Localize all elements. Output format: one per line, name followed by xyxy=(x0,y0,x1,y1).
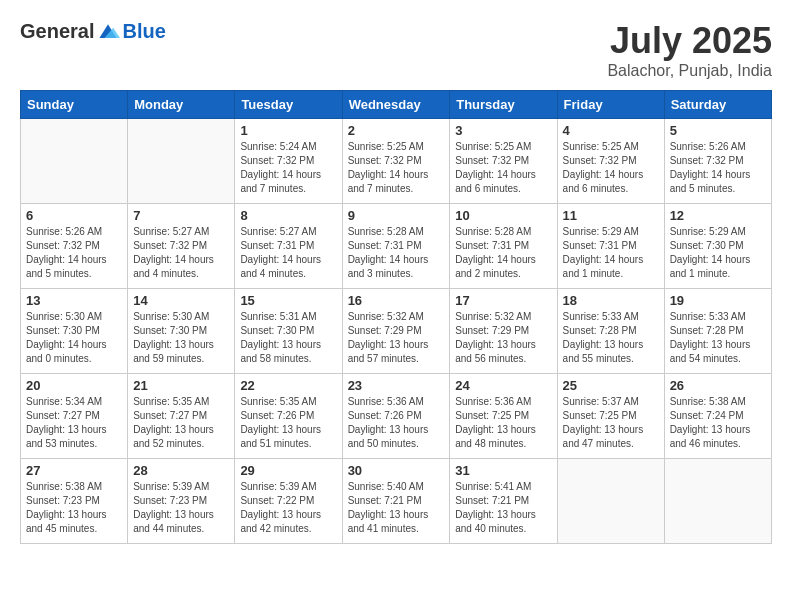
day-number: 6 xyxy=(26,208,122,223)
week-row-3: 13Sunrise: 5:30 AMSunset: 7:30 PMDayligh… xyxy=(21,289,772,374)
calendar-cell: 9Sunrise: 5:28 AMSunset: 7:31 PMDaylight… xyxy=(342,204,450,289)
calendar-cell: 4Sunrise: 5:25 AMSunset: 7:32 PMDaylight… xyxy=(557,119,664,204)
day-number: 5 xyxy=(670,123,766,138)
calendar-cell: 16Sunrise: 5:32 AMSunset: 7:29 PMDayligh… xyxy=(342,289,450,374)
calendar-cell: 28Sunrise: 5:39 AMSunset: 7:23 PMDayligh… xyxy=(128,459,235,544)
day-number: 1 xyxy=(240,123,336,138)
logo-text-blue: Blue xyxy=(122,20,165,43)
column-header-wednesday: Wednesday xyxy=(342,91,450,119)
day-number: 15 xyxy=(240,293,336,308)
location-title: Balachor, Punjab, India xyxy=(607,62,772,80)
calendar-cell: 13Sunrise: 5:30 AMSunset: 7:30 PMDayligh… xyxy=(21,289,128,374)
calendar-cell: 14Sunrise: 5:30 AMSunset: 7:30 PMDayligh… xyxy=(128,289,235,374)
calendar-cell: 20Sunrise: 5:34 AMSunset: 7:27 PMDayligh… xyxy=(21,374,128,459)
day-info: Sunrise: 5:24 AMSunset: 7:32 PMDaylight:… xyxy=(240,140,336,196)
calendar-cell: 24Sunrise: 5:36 AMSunset: 7:25 PMDayligh… xyxy=(450,374,557,459)
calendar-cell: 8Sunrise: 5:27 AMSunset: 7:31 PMDaylight… xyxy=(235,204,342,289)
day-number: 28 xyxy=(133,463,229,478)
day-info: Sunrise: 5:28 AMSunset: 7:31 PMDaylight:… xyxy=(455,225,551,281)
column-header-sunday: Sunday xyxy=(21,91,128,119)
day-number: 8 xyxy=(240,208,336,223)
title-block: July 2025 Balachor, Punjab, India xyxy=(607,20,772,80)
week-row-1: 1Sunrise: 5:24 AMSunset: 7:32 PMDaylight… xyxy=(21,119,772,204)
calendar-cell xyxy=(557,459,664,544)
day-info: Sunrise: 5:27 AMSunset: 7:32 PMDaylight:… xyxy=(133,225,229,281)
day-number: 4 xyxy=(563,123,659,138)
calendar-cell: 27Sunrise: 5:38 AMSunset: 7:23 PMDayligh… xyxy=(21,459,128,544)
day-info: Sunrise: 5:41 AMSunset: 7:21 PMDaylight:… xyxy=(455,480,551,536)
calendar-cell: 29Sunrise: 5:39 AMSunset: 7:22 PMDayligh… xyxy=(235,459,342,544)
day-number: 10 xyxy=(455,208,551,223)
calendar-cell xyxy=(664,459,771,544)
day-number: 23 xyxy=(348,378,445,393)
calendar-cell: 1Sunrise: 5:24 AMSunset: 7:32 PMDaylight… xyxy=(235,119,342,204)
day-number: 13 xyxy=(26,293,122,308)
calendar-cell: 23Sunrise: 5:36 AMSunset: 7:26 PMDayligh… xyxy=(342,374,450,459)
day-info: Sunrise: 5:32 AMSunset: 7:29 PMDaylight:… xyxy=(455,310,551,366)
column-header-friday: Friday xyxy=(557,91,664,119)
day-number: 7 xyxy=(133,208,229,223)
day-number: 14 xyxy=(133,293,229,308)
calendar-cell: 22Sunrise: 5:35 AMSunset: 7:26 PMDayligh… xyxy=(235,374,342,459)
day-info: Sunrise: 5:35 AMSunset: 7:27 PMDaylight:… xyxy=(133,395,229,451)
day-info: Sunrise: 5:25 AMSunset: 7:32 PMDaylight:… xyxy=(348,140,445,196)
calendar-cell: 10Sunrise: 5:28 AMSunset: 7:31 PMDayligh… xyxy=(450,204,557,289)
calendar-cell: 7Sunrise: 5:27 AMSunset: 7:32 PMDaylight… xyxy=(128,204,235,289)
day-info: Sunrise: 5:32 AMSunset: 7:29 PMDaylight:… xyxy=(348,310,445,366)
day-info: Sunrise: 5:34 AMSunset: 7:27 PMDaylight:… xyxy=(26,395,122,451)
day-number: 18 xyxy=(563,293,659,308)
day-info: Sunrise: 5:36 AMSunset: 7:25 PMDaylight:… xyxy=(455,395,551,451)
logo-icon xyxy=(96,22,120,42)
calendar-cell: 6Sunrise: 5:26 AMSunset: 7:32 PMDaylight… xyxy=(21,204,128,289)
week-row-4: 20Sunrise: 5:34 AMSunset: 7:27 PMDayligh… xyxy=(21,374,772,459)
calendar-cell: 18Sunrise: 5:33 AMSunset: 7:28 PMDayligh… xyxy=(557,289,664,374)
calendar-cell: 5Sunrise: 5:26 AMSunset: 7:32 PMDaylight… xyxy=(664,119,771,204)
calendar-cell: 15Sunrise: 5:31 AMSunset: 7:30 PMDayligh… xyxy=(235,289,342,374)
column-header-tuesday: Tuesday xyxy=(235,91,342,119)
day-number: 22 xyxy=(240,378,336,393)
day-number: 21 xyxy=(133,378,229,393)
day-info: Sunrise: 5:30 AMSunset: 7:30 PMDaylight:… xyxy=(26,310,122,366)
column-header-monday: Monday xyxy=(128,91,235,119)
calendar-cell: 25Sunrise: 5:37 AMSunset: 7:25 PMDayligh… xyxy=(557,374,664,459)
day-number: 11 xyxy=(563,208,659,223)
day-info: Sunrise: 5:31 AMSunset: 7:30 PMDaylight:… xyxy=(240,310,336,366)
calendar-cell: 21Sunrise: 5:35 AMSunset: 7:27 PMDayligh… xyxy=(128,374,235,459)
calendar-cell: 12Sunrise: 5:29 AMSunset: 7:30 PMDayligh… xyxy=(664,204,771,289)
day-number: 19 xyxy=(670,293,766,308)
calendar-cell: 11Sunrise: 5:29 AMSunset: 7:31 PMDayligh… xyxy=(557,204,664,289)
day-info: Sunrise: 5:29 AMSunset: 7:31 PMDaylight:… xyxy=(563,225,659,281)
day-info: Sunrise: 5:29 AMSunset: 7:30 PMDaylight:… xyxy=(670,225,766,281)
column-header-thursday: Thursday xyxy=(450,91,557,119)
day-number: 24 xyxy=(455,378,551,393)
day-info: Sunrise: 5:39 AMSunset: 7:23 PMDaylight:… xyxy=(133,480,229,536)
day-info: Sunrise: 5:30 AMSunset: 7:30 PMDaylight:… xyxy=(133,310,229,366)
logo: General Blue xyxy=(20,20,166,43)
day-number: 12 xyxy=(670,208,766,223)
day-number: 25 xyxy=(563,378,659,393)
day-info: Sunrise: 5:37 AMSunset: 7:25 PMDaylight:… xyxy=(563,395,659,451)
week-row-2: 6Sunrise: 5:26 AMSunset: 7:32 PMDaylight… xyxy=(21,204,772,289)
day-info: Sunrise: 5:26 AMSunset: 7:32 PMDaylight:… xyxy=(670,140,766,196)
day-info: Sunrise: 5:25 AMSunset: 7:32 PMDaylight:… xyxy=(563,140,659,196)
day-info: Sunrise: 5:25 AMSunset: 7:32 PMDaylight:… xyxy=(455,140,551,196)
calendar-cell: 30Sunrise: 5:40 AMSunset: 7:21 PMDayligh… xyxy=(342,459,450,544)
day-number: 16 xyxy=(348,293,445,308)
day-number: 20 xyxy=(26,378,122,393)
calendar-cell: 3Sunrise: 5:25 AMSunset: 7:32 PMDaylight… xyxy=(450,119,557,204)
calendar-cell xyxy=(21,119,128,204)
day-info: Sunrise: 5:33 AMSunset: 7:28 PMDaylight:… xyxy=(563,310,659,366)
month-title: July 2025 xyxy=(607,20,772,62)
calendar-cell: 17Sunrise: 5:32 AMSunset: 7:29 PMDayligh… xyxy=(450,289,557,374)
calendar-table: SundayMondayTuesdayWednesdayThursdayFrid… xyxy=(20,90,772,544)
day-info: Sunrise: 5:38 AMSunset: 7:23 PMDaylight:… xyxy=(26,480,122,536)
day-number: 29 xyxy=(240,463,336,478)
page-header: General Blue July 2025 Balachor, Punjab,… xyxy=(20,20,772,80)
day-number: 17 xyxy=(455,293,551,308)
day-number: 2 xyxy=(348,123,445,138)
logo-text-general: General xyxy=(20,20,94,43)
column-header-saturday: Saturday xyxy=(664,91,771,119)
day-info: Sunrise: 5:36 AMSunset: 7:26 PMDaylight:… xyxy=(348,395,445,451)
calendar-cell: 19Sunrise: 5:33 AMSunset: 7:28 PMDayligh… xyxy=(664,289,771,374)
day-info: Sunrise: 5:38 AMSunset: 7:24 PMDaylight:… xyxy=(670,395,766,451)
